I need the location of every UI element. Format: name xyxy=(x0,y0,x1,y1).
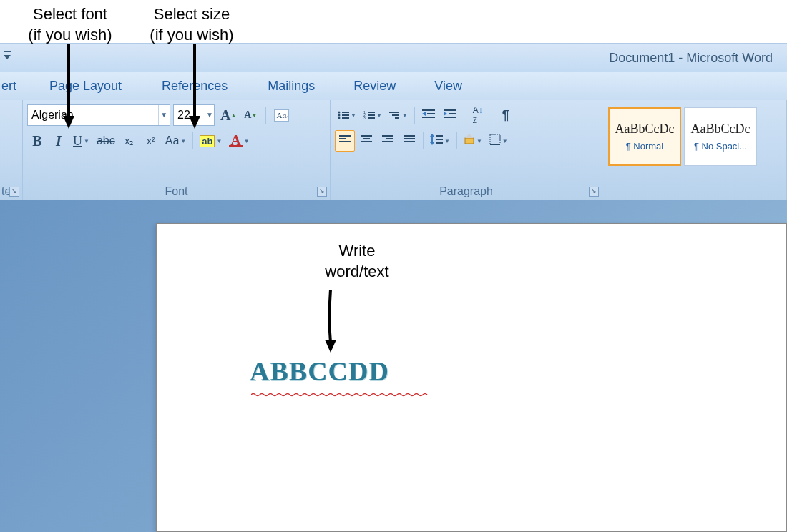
qat-customize-icon[interactable] xyxy=(3,49,11,62)
divider xyxy=(492,107,492,124)
show-marks-button[interactable]: ¶ xyxy=(496,104,516,126)
multilevel-list-button[interactable]: ▼ xyxy=(386,104,411,126)
font-name-combo[interactable]: ▼ xyxy=(27,104,170,126)
font-name-input[interactable] xyxy=(28,109,158,122)
svg-text:3: 3 xyxy=(363,116,366,120)
italic-button[interactable]: I xyxy=(49,130,69,152)
borders-button[interactable]: ▼ xyxy=(487,130,511,152)
tab-review[interactable]: Review xyxy=(348,79,401,94)
bullets-icon xyxy=(338,110,349,120)
numbering-dropdown-icon[interactable]: ▼ xyxy=(376,112,382,119)
clipboard-dialog-launcher[interactable]: ↘ xyxy=(9,187,19,197)
svg-rect-30 xyxy=(339,138,346,139)
svg-marker-51 xyxy=(325,340,336,353)
underline-dropdown-icon[interactable]: ▼ xyxy=(84,138,89,144)
numbering-button[interactable]: 123 ▼ xyxy=(361,104,385,126)
tab-mailings[interactable]: Mailings xyxy=(262,79,321,94)
divider xyxy=(265,107,266,124)
font-name-dropdown-icon[interactable]: ▼ xyxy=(158,105,170,125)
arrow-write xyxy=(320,290,341,354)
annotation-line: Select font xyxy=(33,5,107,23)
group-label-paragraph: Paragraph xyxy=(331,185,602,198)
svg-rect-23 xyxy=(427,113,435,114)
svg-rect-38 xyxy=(404,135,415,137)
change-case-dropdown-icon[interactable]: ▼ xyxy=(180,138,186,144)
underline-button[interactable]: U▼ xyxy=(70,130,92,152)
style-sample: AaBbCcDc xyxy=(615,122,675,137)
bold-button[interactable]: B xyxy=(27,130,47,152)
font-color-dropdown-icon[interactable]: ▼ xyxy=(244,138,250,144)
multilevel-icon xyxy=(389,110,401,120)
tab-page-layout[interactable]: Page Layout xyxy=(44,79,127,94)
svg-rect-39 xyxy=(404,138,415,139)
font-size-dropdown-icon[interactable]: ▼ xyxy=(205,105,214,125)
numbering-icon: 123 xyxy=(363,110,375,120)
svg-marker-1 xyxy=(63,116,74,129)
style-normal[interactable]: AaBbCcDc ¶ Normal xyxy=(608,107,681,166)
svg-rect-17 xyxy=(368,117,375,119)
strikethrough-button[interactable]: abc xyxy=(94,130,118,152)
borders-dropdown-icon[interactable]: ▼ xyxy=(502,138,508,144)
svg-point-8 xyxy=(338,114,341,117)
svg-rect-18 xyxy=(389,112,399,113)
window-title: Document1 - Microsoft Word xyxy=(609,51,773,66)
annotation-write-text: Write word/text xyxy=(293,241,421,282)
decrease-indent-icon xyxy=(422,109,435,122)
paragraph-dialog-launcher[interactable]: ↘ xyxy=(589,187,599,197)
svg-rect-33 xyxy=(363,138,370,139)
line-spacing-button[interactable]: ▼ xyxy=(427,130,453,152)
annotation-select-size: Select size (if you wish) xyxy=(142,4,242,45)
change-case-icon: Aa xyxy=(165,134,180,147)
annotation-line: (if you wish) xyxy=(150,26,233,44)
increase-indent-button[interactable] xyxy=(440,104,460,126)
svg-marker-48 xyxy=(465,134,474,138)
workspace: Write word/text ABBCCDD xyxy=(0,200,787,532)
clear-formatting-button[interactable]: A𝓪 xyxy=(271,104,292,126)
justify-button[interactable] xyxy=(399,130,419,152)
annotation-line: word/text xyxy=(325,262,388,280)
shading-dropdown-icon[interactable]: ▼ xyxy=(476,138,482,144)
document-page[interactable]: Write word/text ABBCCDD xyxy=(156,223,787,532)
divider xyxy=(456,132,457,149)
decrease-indent-button[interactable] xyxy=(419,104,439,126)
align-right-button[interactable] xyxy=(378,130,398,152)
change-case-button[interactable]: Aa▼ xyxy=(162,130,190,152)
svg-rect-11 xyxy=(342,117,349,119)
bullets-dropdown-icon[interactable]: ▼ xyxy=(351,112,356,119)
align-left-button[interactable] xyxy=(335,130,355,152)
document-text[interactable]: ABBCCDD xyxy=(250,355,389,387)
subscript-button[interactable]: x₂ xyxy=(119,130,140,152)
arrow-font xyxy=(62,44,76,130)
multilevel-dropdown-icon[interactable]: ▼ xyxy=(402,112,408,119)
font-color-button[interactable]: A▼ xyxy=(226,130,252,152)
justify-icon xyxy=(404,134,415,147)
svg-rect-32 xyxy=(361,135,372,137)
svg-marker-22 xyxy=(422,112,426,116)
tab-insert-partial[interactable]: ert xyxy=(0,79,31,94)
svg-rect-20 xyxy=(395,117,399,119)
annotation-line: (if you wish) xyxy=(28,26,112,44)
svg-rect-9 xyxy=(342,114,349,116)
tab-view[interactable]: View xyxy=(429,79,468,94)
svg-rect-47 xyxy=(465,138,474,144)
font-dialog-launcher[interactable]: ↘ xyxy=(317,187,327,197)
style-no-spacing[interactable]: AaBbCcDc ¶ No Spaci... xyxy=(684,107,757,166)
group-clipboard-partial: ter ↘ xyxy=(0,100,23,200)
highlight-button[interactable]: ab▼ xyxy=(197,130,225,152)
svg-rect-34 xyxy=(361,141,372,142)
highlight-dropdown-icon[interactable]: ▼ xyxy=(216,138,222,144)
align-center-button[interactable] xyxy=(356,130,376,152)
titlebar: Document1 - Microsoft Word xyxy=(0,43,787,72)
svg-marker-43 xyxy=(430,142,434,145)
svg-rect-24 xyxy=(422,117,435,118)
superscript-button[interactable]: x² xyxy=(141,130,161,152)
svg-rect-29 xyxy=(339,135,351,137)
line-spacing-dropdown-icon[interactable]: ▼ xyxy=(444,138,450,144)
bullets-button[interactable]: ▼ xyxy=(335,104,359,126)
underline-icon: U xyxy=(73,134,82,149)
shading-button[interactable]: ▼ xyxy=(461,130,485,152)
shrink-font-button[interactable]: A▼ xyxy=(240,104,260,126)
grow-font-button[interactable]: A▲ xyxy=(217,104,239,126)
sort-button[interactable]: A↓Z xyxy=(468,104,488,126)
annotation-select-font: Select font (if you wish) xyxy=(20,4,120,45)
